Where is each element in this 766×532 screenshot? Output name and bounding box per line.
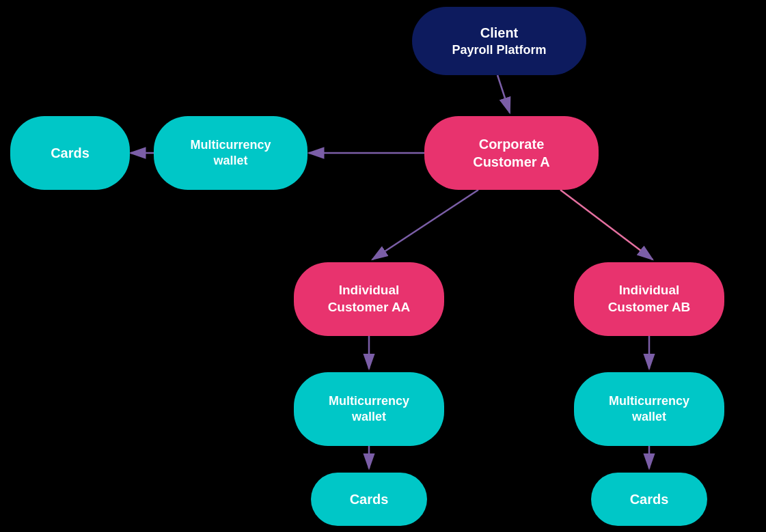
wallet-ab-label-line1: Multicurrency (609, 394, 689, 408)
wallet-top-label-line2: wallet (213, 154, 247, 167)
corporate-customer-a-node: Corporate Customer A (424, 116, 599, 190)
diagram: Client Payroll Platform Corporate Custom… (0, 0, 766, 532)
individual-ab-node: Individual Customer AB (574, 262, 724, 336)
wallet-ab-label-line2: wallet (632, 410, 666, 423)
cards-ab-label: Cards (630, 490, 669, 508)
cards-top-label: Cards (51, 144, 90, 162)
individual-aa-label-line2: Customer AA (328, 300, 411, 314)
individual-ab-label-line2: Customer AB (608, 300, 691, 314)
individual-ab-label-line1: Individual (619, 283, 680, 297)
cards-aa-label: Cards (350, 490, 389, 508)
arrow-client-to-corporate (497, 75, 510, 113)
client-payroll-label-line2: Payroll Platform (452, 43, 546, 57)
cards-top-node: Cards (10, 116, 130, 190)
corporate-a-label-line2: Customer A (473, 154, 550, 169)
client-payroll-node: Client Payroll Platform (412, 7, 586, 75)
multicurrency-wallet-top-node: Multicurrency wallet (154, 116, 307, 190)
individual-aa-node: Individual Customer AA (294, 262, 444, 336)
arrow-corporate-to-ab (560, 190, 653, 260)
wallet-aa-label-line2: wallet (352, 410, 386, 423)
cards-ab-node: Cards (591, 473, 707, 526)
cards-aa-node: Cards (311, 473, 427, 526)
multicurrency-wallet-aa-node: Multicurrency wallet (294, 372, 444, 446)
individual-aa-label-line1: Individual (339, 283, 400, 297)
wallet-top-label-line1: Multicurrency (190, 138, 271, 152)
corporate-a-label-line1: Corporate (479, 137, 545, 152)
arrow-corporate-to-aa (372, 190, 478, 260)
wallet-aa-label-line1: Multicurrency (329, 394, 409, 408)
multicurrency-wallet-ab-node: Multicurrency wallet (574, 372, 724, 446)
client-payroll-label-line1: Client (480, 25, 519, 40)
